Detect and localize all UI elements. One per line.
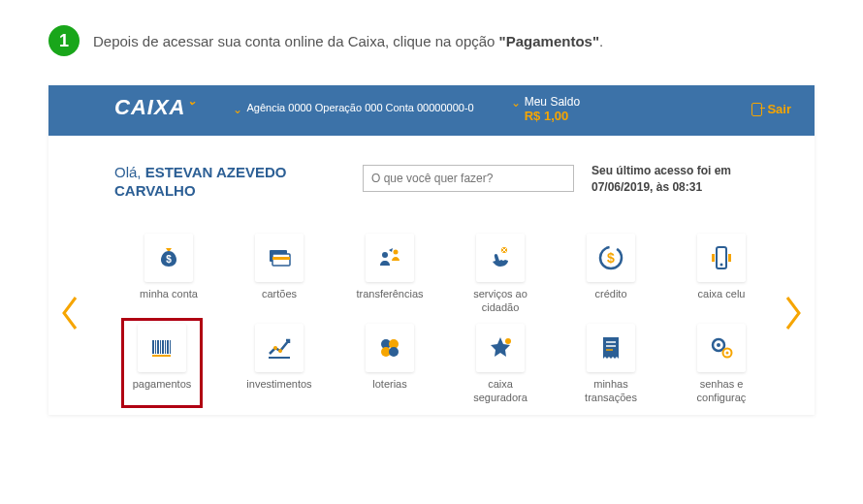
instruction-text-before: Depois de acessar sua conta online da Ca…: [93, 33, 499, 49]
money-bag-icon: $: [144, 234, 193, 282]
svg-rect-17: [162, 340, 164, 354]
tile-label: crédito: [594, 288, 626, 313]
last-access-prefix: Seu último acesso foi em: [591, 164, 731, 177]
services-grid: $minha contacartõestransferênciasserviço…: [95, 234, 768, 406]
cards-icon: [255, 234, 304, 282]
svg-rect-12: [728, 254, 731, 262]
tile-barcode[interactable]: pagamentos: [121, 318, 203, 408]
tile-label: transferências: [356, 288, 423, 313]
clover-icon: [366, 324, 414, 372]
svg-point-34: [717, 343, 720, 347]
svg-rect-19: [167, 340, 169, 354]
tile-label: investimentos: [246, 378, 311, 403]
tile-label: pagamentos: [133, 378, 192, 403]
tile-cards[interactable]: cartões: [239, 234, 320, 315]
receipt-icon: [587, 324, 635, 372]
midbar: Olá, ESTEVAN AZEVEDO CARVALHO Seu último…: [48, 136, 815, 210]
saldo-value: R$ 1,00: [525, 109, 580, 124]
carousel-next-button[interactable]: [783, 294, 803, 332]
instruction-text-bold: "Pagamentos": [499, 33, 599, 49]
svg-point-4: [382, 252, 388, 258]
last-access: Seu último acesso foi em 07/06/2019, às …: [591, 163, 756, 196]
tile-receipt[interactable]: minhas transações: [570, 324, 652, 405]
last-access-date: 07/06/2019, às 08:31: [591, 180, 702, 194]
logo-text: CAIXA: [114, 95, 185, 119]
svg-point-22: [273, 346, 277, 350]
tile-label: minha conta: [140, 288, 198, 313]
logo-caret-icon: ⌄: [187, 95, 198, 107]
mobile-icon: [697, 234, 746, 282]
barcode-icon: [138, 324, 186, 372]
greeting-prefix: Olá,: [114, 164, 145, 180]
services-carousel: $minha contacartõestransferênciasserviço…: [48, 210, 815, 416]
svg-point-36: [726, 352, 729, 355]
svg-rect-18: [165, 340, 166, 354]
chevron-right-icon: [783, 294, 803, 332]
tile-label: loterias: [372, 378, 406, 403]
saldo-block: Meu Saldo R$ 1,00: [525, 95, 580, 124]
chevron-left-icon: [60, 294, 80, 332]
instruction-text: Depois de acessar sua conta online da Ca…: [93, 33, 603, 49]
chevron-down-icon: ⌄: [511, 95, 521, 111]
gears-icon: [697, 324, 746, 372]
transfer-icon: [366, 234, 414, 282]
instruction-text-after: .: [599, 33, 603, 49]
tile-hand[interactable]: serviços ao cidadão: [460, 234, 541, 315]
tile-credit[interactable]: $crédito: [570, 234, 652, 315]
logout-icon: [751, 103, 762, 116]
greeting: Olá, ESTEVAN AZEVEDO CARVALHO: [114, 163, 337, 201]
svg-text:$: $: [166, 254, 172, 265]
tile-mobile[interactable]: caixa celu: [681, 234, 762, 315]
tile-chart[interactable]: investimentos: [239, 324, 320, 405]
tile-label: serviços ao cidadão: [460, 288, 541, 315]
hand-icon: [476, 234, 525, 282]
svg-rect-15: [157, 340, 159, 354]
tile-star[interactable]: caixa seguradora: [460, 324, 541, 405]
svg-rect-21: [152, 355, 171, 357]
step-badge: 1: [48, 25, 80, 56]
svg-rect-3: [272, 257, 290, 260]
svg-rect-13: [152, 340, 154, 354]
tile-label: minhas transações: [570, 378, 652, 405]
svg-point-5: [394, 249, 399, 254]
topbar: CAIXA⌄ ⌄ Agência 0000 Operação 000 Conta…: [48, 85, 815, 136]
svg-rect-20: [170, 340, 171, 354]
saldo-label: Meu Saldo: [525, 95, 580, 109]
star-icon: [476, 324, 525, 372]
svg-rect-16: [160, 340, 161, 354]
logout-label: Sair: [767, 102, 791, 116]
tile-money-bag[interactable]: $minha conta: [128, 234, 209, 315]
app-window: CAIXA⌄ ⌄ Agência 0000 Operação 000 Conta…: [48, 85, 815, 415]
tile-transfer[interactable]: transferências: [349, 234, 431, 315]
tile-label: cartões: [262, 288, 297, 313]
svg-point-10: [720, 263, 723, 266]
svg-point-29: [505, 338, 511, 344]
svg-point-28: [389, 347, 399, 357]
svg-rect-14: [155, 340, 156, 354]
chart-icon: [255, 324, 304, 372]
tile-clover[interactable]: loterias: [349, 324, 431, 405]
logout-button[interactable]: Sair: [751, 102, 791, 116]
instruction-row: 1 Depois de acessar sua conta online da …: [0, 0, 863, 76]
credit-icon: $: [587, 234, 635, 282]
saldo-info[interactable]: ⌄ Meu Saldo R$ 1,00: [511, 95, 580, 124]
account-info[interactable]: ⌄ Agência 0000 Operação 000 Conta 000000…: [233, 102, 473, 118]
svg-point-23: [278, 349, 282, 353]
search-input[interactable]: [363, 165, 574, 192]
carousel-prev-button[interactable]: [60, 294, 80, 332]
tile-label: caixa celu: [698, 288, 746, 313]
tile-label: caixa seguradora: [460, 378, 541, 405]
svg-text:$: $: [607, 250, 615, 266]
svg-rect-11: [712, 254, 715, 262]
account-line: Agência 0000 Operação 000 Conta 00000000…: [246, 102, 473, 113]
tile-gears[interactable]: senhas e configuraç: [681, 324, 762, 405]
caixa-logo: CAIXA⌄: [114, 97, 196, 118]
tile-label: senhas e configuraç: [681, 378, 762, 405]
chevron-down-icon: ⌄: [233, 102, 242, 118]
